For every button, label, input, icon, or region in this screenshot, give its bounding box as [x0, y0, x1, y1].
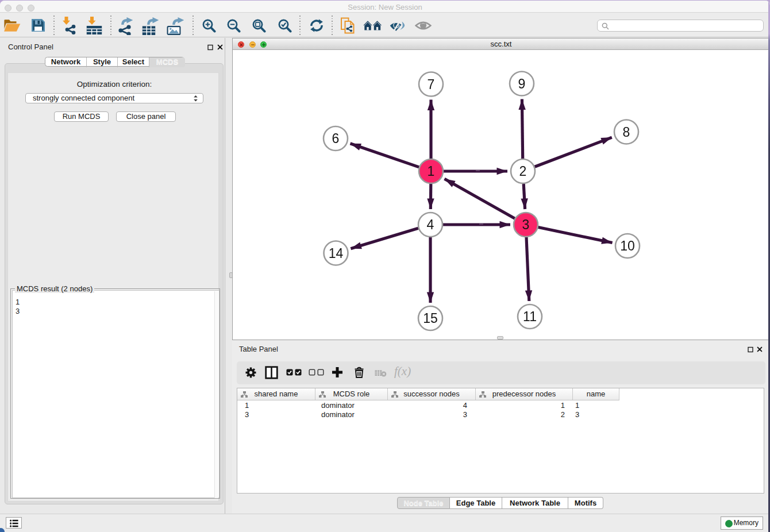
svg-text:7: 7 [428, 77, 435, 92]
svg-text:11: 11 [523, 309, 537, 324]
svg-text:1: 1 [428, 164, 435, 179]
svg-text:10: 10 [620, 238, 635, 253]
svg-text:9: 9 [518, 76, 526, 91]
svg-text:14: 14 [329, 246, 344, 261]
svg-text:4: 4 [427, 217, 434, 232]
svg-text:15: 15 [423, 311, 438, 326]
svg-text:6: 6 [332, 131, 340, 146]
svg-text:3: 3 [522, 217, 530, 232]
svg-text:8: 8 [623, 125, 630, 140]
svg-text:2: 2 [519, 164, 527, 179]
